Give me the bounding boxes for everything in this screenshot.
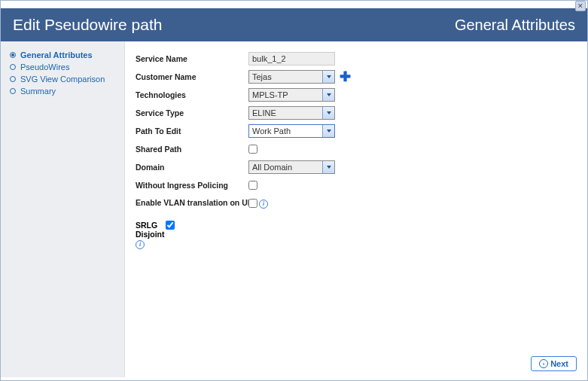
dialog-title: Edit Pseudowire path bbox=[13, 16, 162, 34]
main-panel: Service Name Customer Name Tejas ✚ Techn… bbox=[125, 41, 587, 377]
next-label: Next bbox=[550, 359, 568, 368]
customer-name-select[interactable]: Tejas bbox=[248, 70, 335, 84]
nav-bullet-icon bbox=[10, 64, 16, 70]
select-value: All Domain bbox=[252, 163, 292, 172]
select-value: Work Path bbox=[252, 126, 291, 136]
row-without-ingress-policing: Without Ingress Policing bbox=[136, 178, 577, 192]
label-shared-path: Shared Path bbox=[136, 145, 248, 154]
chevron-down-icon bbox=[322, 71, 334, 83]
row-domain: Domain All Domain bbox=[136, 160, 577, 174]
info-icon[interactable]: i bbox=[136, 240, 145, 249]
section-title: General Attributes bbox=[455, 17, 575, 34]
select-value: Tejas bbox=[252, 72, 272, 81]
dialog-window: ✕ Edit Pseudowire path General Attribute… bbox=[0, 0, 588, 381]
label-text: Enable VLAN translation on UNI bbox=[136, 198, 255, 207]
nav-label: PseudoWires bbox=[20, 62, 69, 72]
close-icon[interactable]: ✕ bbox=[575, 1, 586, 11]
service-type-select[interactable]: ELINE bbox=[248, 106, 335, 120]
nav-svg-view-comparison[interactable]: SVG View Comparison bbox=[4, 73, 121, 85]
nav-pseudowires[interactable]: PseudoWires bbox=[4, 61, 121, 73]
chevron-down-icon bbox=[322, 125, 334, 137]
label-text: SRLG Disjoint bbox=[136, 221, 165, 239]
info-icon[interactable]: i bbox=[259, 200, 268, 209]
wizard-sidebar: General Attributes PseudoWires SVG View … bbox=[1, 41, 125, 377]
domain-select[interactable]: All Domain bbox=[248, 160, 335, 174]
nav-bullet-icon bbox=[10, 76, 16, 82]
shared-path-checkbox[interactable] bbox=[248, 145, 257, 154]
arrow-right-icon: › bbox=[539, 359, 548, 368]
label-path-to-edit: Path To Edit bbox=[136, 126, 248, 136]
row-service-name: Service Name bbox=[136, 52, 577, 66]
form-area: Service Name Customer Name Tejas ✚ Techn… bbox=[136, 52, 577, 352]
nav-label: SVG View Comparison bbox=[20, 75, 105, 84]
enable-vlan-translation-checkbox[interactable] bbox=[248, 199, 257, 208]
label-without-ingress-policing: Without Ingress Policing bbox=[136, 181, 248, 190]
nav-bullet-icon bbox=[10, 88, 16, 94]
chevron-down-icon bbox=[322, 107, 334, 119]
row-shared-path: Shared Path bbox=[136, 142, 577, 156]
row-service-type: Service Type ELINE bbox=[136, 106, 577, 120]
nav-general-attributes[interactable]: General Attributes bbox=[4, 49, 121, 61]
path-to-edit-select[interactable]: Work Path bbox=[248, 124, 335, 138]
label-technologies: Technologies bbox=[136, 90, 248, 99]
header: Edit Pseudowire path General Attributes bbox=[1, 8, 587, 41]
footer: › Next bbox=[136, 352, 577, 371]
nav-bullet-icon bbox=[10, 52, 16, 58]
row-srlg-disjoint: SRLG Disjoint i bbox=[136, 221, 577, 249]
add-customer-button[interactable]: ✚ bbox=[340, 72, 351, 82]
chevron-down-icon bbox=[322, 89, 334, 101]
technologies-select[interactable]: MPLS-TP bbox=[248, 88, 335, 102]
row-path-to-edit: Path To Edit Work Path bbox=[136, 124, 577, 138]
without-ingress-policing-checkbox[interactable] bbox=[248, 181, 257, 190]
select-value: MPLS-TP bbox=[252, 90, 288, 99]
label-service-type: Service Type bbox=[136, 108, 248, 117]
service-name-input bbox=[248, 52, 335, 66]
nav-label: General Attributes bbox=[20, 50, 93, 59]
label-domain: Domain bbox=[136, 163, 248, 172]
row-technologies: Technologies MPLS-TP bbox=[136, 88, 577, 102]
row-customer-name: Customer Name Tejas ✚ bbox=[136, 70, 577, 84]
srlg-disjoint-checkbox[interactable] bbox=[166, 221, 175, 230]
label-customer-name: Customer Name bbox=[136, 72, 248, 81]
nav-summary[interactable]: Summary bbox=[4, 85, 121, 97]
next-button[interactable]: › Next bbox=[531, 356, 577, 371]
body: General Attributes PseudoWires SVG View … bbox=[1, 41, 587, 377]
nav-label: Summary bbox=[20, 87, 56, 96]
chevron-down-icon bbox=[322, 161, 334, 173]
select-value: ELINE bbox=[252, 108, 276, 117]
label-service-name: Service Name bbox=[136, 54, 248, 63]
label-srlg-disjoint: SRLG Disjoint i bbox=[136, 221, 166, 249]
row-enable-vlan-translation: Enable VLAN translation on UNI i bbox=[136, 197, 577, 210]
